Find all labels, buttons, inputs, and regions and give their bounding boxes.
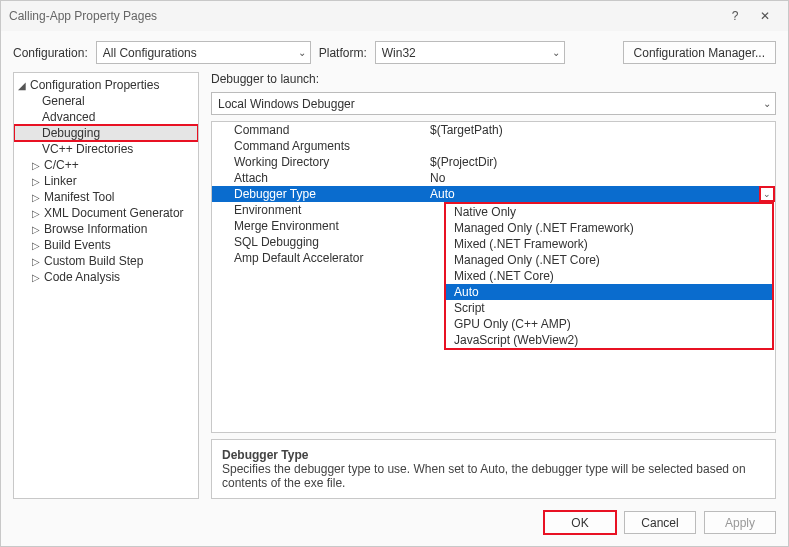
grid-prop-name: SQL Debugging [212, 234, 422, 250]
tree-item-label: Advanced [42, 110, 95, 124]
grid-prop-name: Debugger Type [212, 186, 422, 202]
tree-item-label: Browse Information [44, 222, 147, 236]
tree-item-general[interactable]: General [14, 93, 198, 109]
arrow-expand-icon: ▷ [32, 176, 44, 187]
arrow-expand-icon: ▷ [32, 160, 44, 171]
arrow-expand-icon: ▷ [32, 192, 44, 203]
grid-prop-value[interactable]: $(TargetPath) [422, 122, 775, 138]
config-row: Configuration: All Configurations ⌄ Plat… [1, 31, 788, 72]
chevron-down-icon: ⌄ [763, 98, 771, 109]
configuration-manager-button[interactable]: Configuration Manager... [623, 41, 776, 64]
arrow-expand-icon: ▷ [32, 240, 44, 251]
dropdown-option[interactable]: Mixed (.NET Core) [446, 268, 772, 284]
configuration-manager-label: Configuration Manager... [634, 46, 765, 60]
tree-root[interactable]: ◢ Configuration Properties [14, 77, 198, 93]
grid-row-command[interactable]: Command$(TargetPath) [212, 122, 775, 138]
tree-item-custom-build-step[interactable]: ▷Custom Build Step [14, 253, 198, 269]
apply-button[interactable]: Apply [704, 511, 776, 534]
tree-item-code-analysis[interactable]: ▷Code Analysis [14, 269, 198, 285]
tree-item-label: Custom Build Step [44, 254, 143, 268]
grid-prop-name: Amp Default Accelerator [212, 250, 422, 266]
dropdown-option[interactable]: Script [446, 300, 772, 316]
configuration-combo[interactable]: All Configurations ⌄ [96, 41, 311, 64]
description-title: Debugger Type [222, 448, 765, 462]
tree-item-label: Manifest Tool [44, 190, 114, 204]
grid-prop-value[interactable]: No [422, 170, 775, 186]
platform-value: Win32 [382, 46, 416, 60]
dropdown-option[interactable]: Native Only [446, 204, 772, 220]
arrow-expand-icon: ▷ [32, 208, 44, 219]
arrow-expand-icon: ▷ [32, 272, 44, 283]
tree-item-label: Build Events [44, 238, 111, 252]
tree-item-advanced[interactable]: Advanced [14, 109, 198, 125]
tree-item-linker[interactable]: ▷Linker [14, 173, 198, 189]
grid-row-working-directory[interactable]: Working Directory$(ProjectDir) [212, 154, 775, 170]
dropdown-option[interactable]: GPU Only (C++ AMP) [446, 316, 772, 332]
configuration-value: All Configurations [103, 46, 197, 60]
tree-item-label: Debugging [42, 126, 100, 140]
platform-label: Platform: [319, 46, 367, 60]
tree-item-browse-information[interactable]: ▷Browse Information [14, 221, 198, 237]
grid-prop-name: Command Arguments [212, 138, 422, 154]
tree-item-xml-document-generator[interactable]: ▷XML Document Generator [14, 205, 198, 221]
chevron-down-icon: ⌄ [552, 47, 560, 58]
debugger-launch-value: Local Windows Debugger [218, 97, 355, 111]
debugger-type-dropdown[interactable]: Native OnlyManaged Only (.NET Framework)… [444, 202, 774, 350]
close-icon[interactable]: ✕ [750, 9, 780, 23]
tree-item-label: Linker [44, 174, 77, 188]
dialog-footer: OK Cancel Apply [1, 511, 788, 546]
tree-item-c-c-[interactable]: ▷C/C++ [14, 157, 198, 173]
tree-view[interactable]: ◢ Configuration Properties GeneralAdvanc… [13, 72, 199, 499]
tree-item-label: Code Analysis [44, 270, 120, 284]
help-icon[interactable]: ? [720, 9, 750, 23]
ok-button[interactable]: OK [544, 511, 616, 534]
description-text: Specifies the debugger type to use. When… [222, 462, 765, 490]
tree-item-label: XML Document Generator [44, 206, 184, 220]
tree-item-build-events[interactable]: ▷Build Events [14, 237, 198, 253]
dropdown-option[interactable]: Mixed (.NET Framework) [446, 236, 772, 252]
tree-item-manifest-tool[interactable]: ▷Manifest Tool [14, 189, 198, 205]
tree-item-vc-directories[interactable]: VC++ Directories [14, 141, 198, 157]
tree-item-label: C/C++ [44, 158, 79, 172]
grid-prop-name: Attach [212, 170, 422, 186]
property-grid: Command$(TargetPath)Command ArgumentsWor… [211, 121, 776, 433]
grid-prop-name: Environment [212, 202, 422, 218]
tree-root-label: Configuration Properties [30, 78, 159, 92]
grid-prop-value[interactable]: Auto⌄ [422, 186, 775, 202]
configuration-label: Configuration: [13, 46, 88, 60]
grid-row-command-arguments[interactable]: Command Arguments [212, 138, 775, 154]
tree-item-debugging[interactable]: Debugging [14, 125, 198, 141]
grid-prop-value[interactable]: $(ProjectDir) [422, 154, 775, 170]
property-pages-window: Calling-App Property Pages ? ✕ Configura… [0, 0, 789, 547]
grid-prop-name: Working Directory [212, 154, 422, 170]
dropdown-button[interactable]: ⌄ [759, 186, 775, 202]
platform-combo[interactable]: Win32 ⌄ [375, 41, 565, 64]
cancel-button[interactable]: Cancel [624, 511, 696, 534]
dropdown-option[interactable]: Auto [446, 284, 772, 300]
tree-item-label: General [42, 94, 85, 108]
arrow-expand-icon: ▷ [32, 224, 44, 235]
description-pane: Debugger Type Specifies the debugger typ… [211, 439, 776, 499]
arrow-collapse-icon: ◢ [18, 80, 30, 91]
grid-row-debugger-type[interactable]: Debugger TypeAuto⌄ [212, 186, 775, 202]
dropdown-option[interactable]: JavaScript (WebView2) [446, 332, 772, 348]
dropdown-option[interactable]: Managed Only (.NET Framework) [446, 220, 772, 236]
window-title: Calling-App Property Pages [9, 9, 720, 23]
grid-prop-value[interactable] [422, 138, 775, 154]
grid-row-attach[interactable]: AttachNo [212, 170, 775, 186]
grid-prop-name: Merge Environment [212, 218, 422, 234]
arrow-expand-icon: ▷ [32, 256, 44, 267]
debugger-launch-label: Debugger to launch: [211, 72, 776, 86]
dropdown-option[interactable]: Managed Only (.NET Core) [446, 252, 772, 268]
titlebar: Calling-App Property Pages ? ✕ [1, 1, 788, 31]
tree-item-label: VC++ Directories [42, 142, 133, 156]
grid-prop-name: Command [212, 122, 422, 138]
debugger-launch-combo[interactable]: Local Windows Debugger ⌄ [211, 92, 776, 115]
chevron-down-icon: ⌄ [298, 47, 306, 58]
